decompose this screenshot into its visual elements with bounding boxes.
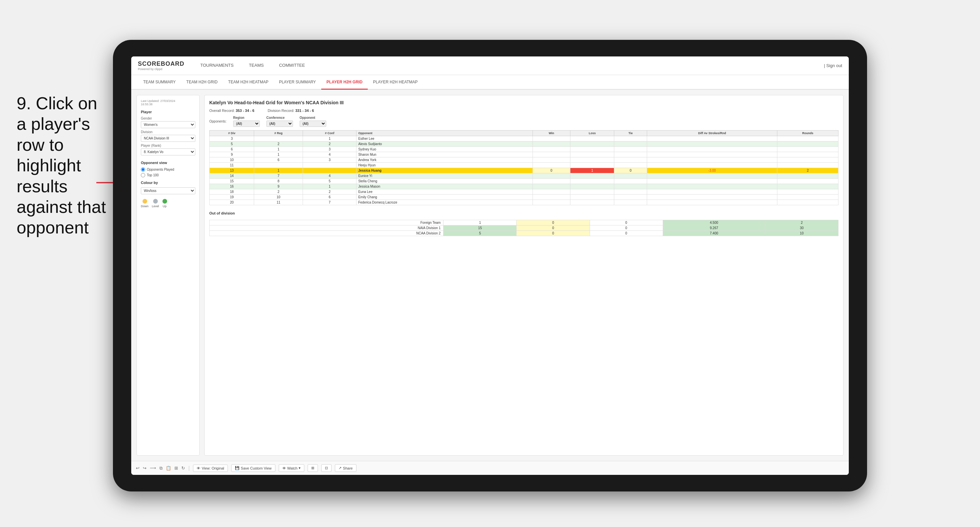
col-opponent: Opponent bbox=[356, 130, 533, 136]
opponent-filter-label: Opponent bbox=[300, 116, 326, 119]
bottom-toolbar: ↩ ↪ ⟶ ⧉ 📋 ⊞ ↻ | 👁 View: Original 💾 Save … bbox=[131, 461, 849, 475]
gender-select[interactable]: Women's bbox=[141, 121, 195, 128]
player-section-title: Player bbox=[141, 110, 195, 114]
table-row[interactable]: 1474 Eunice Yi bbox=[210, 173, 838, 179]
layout-icon-2[interactable]: ⊡ bbox=[321, 464, 331, 472]
app-logo: SCOREBOARD Powered by clippd bbox=[138, 60, 185, 71]
opponent-view-options: Opponents Played Top 100 bbox=[141, 167, 195, 177]
h2h-grid-table: # Div # Reg # Conf Opponent Win Loss Tie… bbox=[209, 130, 838, 205]
save-custom-view-button[interactable]: 💾 Save Custom View bbox=[231, 464, 275, 472]
table-row[interactable]: 1691 Jessica Mason bbox=[210, 184, 838, 189]
paste-icon[interactable]: 📋 bbox=[166, 465, 171, 471]
col-reg: # Reg bbox=[254, 130, 303, 136]
sign-out-button[interactable]: | Sign out bbox=[824, 63, 842, 68]
out-of-division-title: Out of division bbox=[209, 211, 838, 215]
table-row[interactable]: 1822 Euna Lee bbox=[210, 189, 838, 195]
col-conf: # Conf bbox=[303, 130, 356, 136]
table-row[interactable]: 914 Sharon Mun bbox=[210, 152, 838, 157]
player-rank-label: Player (Rank) bbox=[141, 144, 195, 148]
region-select[interactable]: (All) bbox=[233, 121, 260, 127]
table-row[interactable]: 20117 Federica Domecq Lacroze bbox=[210, 200, 838, 205]
colour-by-select[interactable]: Win/loss bbox=[141, 187, 195, 194]
col-diff: Diff Av Strokes/Rnd bbox=[647, 130, 777, 136]
conference-filter-label: Conference bbox=[266, 116, 293, 119]
nav-tournaments[interactable]: TOURNAMENTS bbox=[198, 56, 236, 75]
refresh-icon[interactable]: ↻ bbox=[181, 465, 185, 471]
gender-label: Gender bbox=[141, 117, 195, 120]
conference-filter: Conference (All) bbox=[266, 116, 293, 127]
colour-legend: Down Level Up bbox=[141, 199, 195, 208]
table-row[interactable]: 1063 Andrea York bbox=[210, 157, 838, 163]
colour-label-up: Up bbox=[163, 205, 167, 208]
subnav-player-h2h-grid[interactable]: PLAYER H2H GRID bbox=[321, 75, 368, 90]
subnav-player-summary[interactable]: PLAYER SUMMARY bbox=[274, 75, 321, 90]
redo-icon[interactable]: ↪ bbox=[143, 465, 146, 471]
ood-row-foreign[interactable]: Foreign Team 1 0 0 4.500 2 bbox=[210, 220, 838, 225]
col-loss: Loss bbox=[570, 130, 614, 136]
conference-select[interactable]: (All) bbox=[266, 121, 293, 127]
subnav-team-h2h-grid[interactable]: TEAM H2H GRID bbox=[181, 75, 223, 90]
table-row[interactable]: 11 Heeju Hyun bbox=[210, 163, 838, 168]
opponents-filter-label: Opponents: bbox=[209, 116, 227, 127]
top-navigation: SCOREBOARD Powered by clippd TOURNAMENTS… bbox=[131, 56, 849, 75]
more-tools-icon[interactable]: ⊞ bbox=[174, 465, 178, 471]
main-content: Last Updated: 27/03/2024 16:55:38 Player… bbox=[131, 90, 849, 461]
filters-row: Opponents: Region (All) Conference (All) bbox=[209, 116, 838, 127]
copy-icon[interactable]: ⧉ bbox=[159, 465, 162, 471]
region-filter: Region (All) bbox=[233, 116, 260, 127]
ood-row-ncaa2[interactable]: NCAA Division 2 5 0 0 7.400 10 bbox=[210, 231, 838, 236]
view-original-button[interactable]: 👁 View: Original bbox=[193, 465, 228, 472]
tablet-screen: SCOREBOARD Powered by clippd TOURNAMENTS… bbox=[131, 56, 849, 475]
timestamp: Last Updated: 27/03/2024 16:55:38 bbox=[141, 99, 195, 106]
radio-top-100[interactable]: Top 100 bbox=[141, 173, 195, 177]
separator-1: | bbox=[188, 465, 190, 471]
logo-text: SCOREBOARD bbox=[138, 60, 185, 67]
opponent-select[interactable]: (All) bbox=[300, 121, 326, 127]
panel-title: Katelyn Vo Head-to-Head Grid for Women's… bbox=[209, 100, 838, 105]
right-panel: Katelyn Vo Head-to-Head Grid for Women's… bbox=[204, 95, 843, 456]
opponent-filter: Opponent (All) bbox=[300, 116, 326, 127]
table-row[interactable]: 19106 Emily Chang bbox=[210, 195, 838, 200]
ood-row-naia1[interactable]: NAIA Division 1 15 0 0 9.267 30 bbox=[210, 225, 838, 231]
division-record: Division Record: 331 - 34 - 6 bbox=[268, 109, 314, 113]
table-row[interactable]: 613 Sydney Kuo bbox=[210, 147, 838, 152]
division-select[interactable]: NCAA Division III bbox=[141, 135, 195, 142]
instruction-text: 9. Click on a player's row to highlight … bbox=[17, 93, 110, 238]
colour-by-title: Colour by bbox=[141, 181, 195, 185]
player-select[interactable]: 8. Katelyn Vo bbox=[141, 148, 195, 156]
subnav-team-h2h-heatmap[interactable]: TEAM H2H HEATMAP bbox=[223, 75, 274, 90]
watch-button[interactable]: 👁 Watch ▾ bbox=[279, 464, 305, 472]
undo-icon[interactable]: ↩ bbox=[136, 465, 140, 471]
region-filter-label: Region bbox=[233, 116, 260, 119]
colour-label-down: Down bbox=[141, 205, 148, 208]
left-panel: Last Updated: 27/03/2024 16:55:38 Player… bbox=[137, 95, 200, 456]
col-rounds: Rounds bbox=[777, 130, 838, 136]
nav-teams[interactable]: TEAMS bbox=[246, 56, 266, 75]
table-row[interactable]: 522 Alexis Sudjianto bbox=[210, 141, 838, 147]
sub-navigation: TEAM SUMMARY TEAM H2H GRID TEAM H2H HEAT… bbox=[131, 75, 849, 90]
nav-committee[interactable]: COMMITTEE bbox=[277, 56, 308, 75]
share-icon: ↗ bbox=[339, 466, 342, 470]
forward-icon[interactable]: ⟶ bbox=[150, 465, 156, 471]
share-button[interactable]: ↗ Share bbox=[335, 464, 356, 472]
tablet-device: SCOREBOARD Powered by clippd TOURNAMENTS… bbox=[113, 40, 867, 492]
colour-dot-level bbox=[153, 199, 158, 203]
division-label: Division bbox=[141, 130, 195, 134]
table-row-highlighted[interactable]: 131 Jessica Huang 0 1 0 -3.00 2 bbox=[210, 168, 838, 173]
save-icon: 💾 bbox=[235, 466, 240, 470]
subnav-player-h2h-heatmap[interactable]: PLAYER H2H HEATMAP bbox=[368, 75, 423, 90]
col-win: Win bbox=[533, 130, 570, 136]
logo-subtext: Powered by clippd bbox=[138, 67, 185, 71]
table-row[interactable]: 31 Esther Lee bbox=[210, 136, 838, 141]
out-of-division-table: Foreign Team 1 0 0 4.500 2 NAIA Division… bbox=[209, 220, 838, 236]
radio-opponents-played[interactable]: Opponents Played bbox=[141, 167, 195, 172]
records-row: Overall Record: 353 - 34 - 6 Division Re… bbox=[209, 109, 838, 113]
col-tie: Tie bbox=[614, 130, 647, 136]
table-row[interactable]: 1585 Stella Cheng bbox=[210, 179, 838, 184]
opponent-view-title: Opponent view bbox=[141, 161, 195, 165]
colour-dot-up bbox=[162, 199, 167, 203]
overall-record: Overall Record: 353 - 34 - 6 bbox=[209, 109, 255, 113]
subnav-team-summary[interactable]: TEAM SUMMARY bbox=[138, 75, 181, 90]
colour-label-level: Level bbox=[152, 205, 159, 208]
layout-icon-1[interactable]: ⊞ bbox=[308, 464, 318, 472]
